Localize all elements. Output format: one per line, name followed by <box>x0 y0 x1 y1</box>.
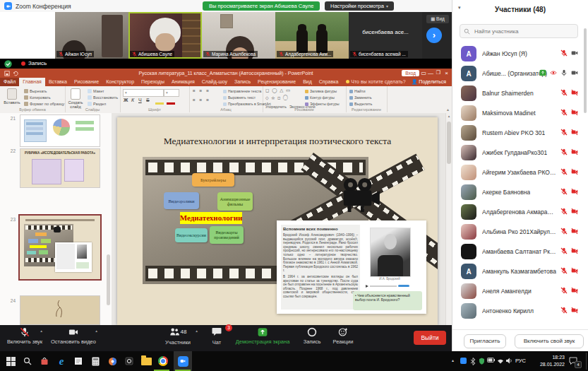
copy-button[interactable]: Копировать <box>24 95 51 100</box>
align-buttons[interactable]: ≡ ≡ ≡ <box>193 98 210 102</box>
format-painter-button[interactable]: Формат по образцу <box>24 102 64 106</box>
highlight-button[interactable] <box>155 102 164 105</box>
slide-box-booktrailers[interactable]: Буктрейлеры <box>192 173 234 187</box>
participant-row[interactable]: А Абише... (Организатор) <box>452 64 584 83</box>
tab-insert[interactable]: Вставка <box>45 78 71 86</box>
participant-row[interactable]: Rustem Abiev PKO 301 <box>452 123 584 143</box>
tab-view[interactable]: Вид <box>299 78 316 86</box>
shapes-gallery-row2[interactable]: ⬦ ☆ ◻ ◯ <box>265 95 289 101</box>
search-input[interactable] <box>473 25 575 37</box>
collapse-ribbon-icon[interactable]: ▴ <box>447 107 449 112</box>
volume-icon[interactable] <box>505 358 512 364</box>
tab-transitions[interactable]: Переходы <box>138 78 168 86</box>
participant-search[interactable] <box>460 24 578 38</box>
start-button[interactable] <box>4 355 17 367</box>
calculator-icon[interactable] <box>89 355 102 367</box>
sign-in-button[interactable]: Вход <box>402 70 419 76</box>
security-shield-icon[interactable] <box>479 358 485 365</box>
bold-button[interactable]: Ж <box>124 98 128 102</box>
edge-icon[interactable]: e <box>55 355 68 367</box>
leave-button[interactable]: Выйти <box>414 331 446 345</box>
shape-outline-button[interactable]: Контур фигуры <box>305 95 335 100</box>
photos-icon[interactable] <box>123 355 136 367</box>
clock[interactable]: 18:23 28.01.2022 <box>531 354 565 367</box>
network-icon[interactable] <box>497 358 504 364</box>
play-icon[interactable] <box>366 285 368 288</box>
cut-button[interactable]: Вырезать <box>24 89 47 93</box>
participant-row[interactable]: Альбина Рко 201Хайруллина <box>452 222 584 242</box>
new-slide-button[interactable]: Создать слайд <box>66 88 85 109</box>
audio-options-caret[interactable]: ▴ <box>40 329 42 333</box>
share-button[interactable]: 👤 Поделиться <box>409 78 452 86</box>
tab-home[interactable]: Главная <box>19 78 45 86</box>
share-screen-button[interactable]: Демонстрация экрана <box>234 327 291 345</box>
tab-design[interactable]: Конструктор <box>102 78 138 86</box>
italic-button[interactable]: К <box>131 98 134 102</box>
slide-thumbnail-22[interactable]: РУБРИКА «ИССЛЕДОВАТЕЛЬСКАЯ РАБОТА» <box>20 148 100 188</box>
chat-button[interactable]: 3 Чат <box>205 327 229 346</box>
participant-row[interactable]: А Айжан Юсуп (Я) <box>452 44 584 64</box>
tab-draw[interactable]: Рисование <box>71 78 102 86</box>
maximize-icon[interactable]: ❒ <box>436 70 440 76</box>
participants-caret[interactable]: ▴ <box>196 329 198 333</box>
participant-row[interactable]: Антоненко Кирилл <box>452 301 584 321</box>
sticky-notes-icon[interactable] <box>72 355 85 367</box>
participant-row[interactable]: Алдабергенова Акмарал РКО ... <box>452 202 584 222</box>
shape-fill-button[interactable]: Заливка фигуры <box>305 89 337 93</box>
zoom-app-icon[interactable] <box>176 355 189 367</box>
shapes-gallery[interactable]: ◻ ◯ △ ▭ <box>265 88 291 93</box>
record-button[interactable]: Запись <box>299 327 325 345</box>
participant-row[interactable]: Maksimova Madinet <box>452 103 584 123</box>
participant-row[interactable]: Айгерим Узакбаева РКО 301 <box>452 163 584 182</box>
unmute-self-button[interactable]: Включить свой звук <box>515 334 584 348</box>
select-button[interactable]: Выделить <box>349 102 372 106</box>
unmute-button[interactable]: ▴ Включить звук <box>4 327 45 345</box>
paint3d-icon[interactable] <box>106 355 119 367</box>
video-options-caret[interactable]: ▴ <box>95 329 97 333</box>
tray-expand-caret[interactable]: ▴ <box>452 358 454 363</box>
tab-slideshow[interactable]: Слайд-шоу <box>198 78 231 86</box>
slide-thumbnail-24[interactable] <box>20 295 100 325</box>
align-text-button[interactable]: Выровнять текст <box>223 95 256 100</box>
slide-box-videos[interactable]: Видеоролики <box>164 192 199 209</box>
find-button[interactable]: Найти <box>349 89 366 93</box>
video-tile[interactable]: Алдабергенова Акм... <box>275 12 349 59</box>
bluetooth-icon[interactable] <box>470 358 476 365</box>
font-color-button[interactable] <box>167 102 175 105</box>
next-participants-page-button[interactable]: › <box>426 28 442 43</box>
card-nav-arrows[interactable]: ‹ › <box>352 235 357 239</box>
video-tile[interactable]: бисенбаева асе... бисенбаева асемай ... <box>349 12 422 59</box>
shape-effects-button[interactable]: Эффекты фигуры <box>305 102 340 106</box>
minimize-icon[interactable]: — <box>428 70 433 76</box>
font-name-select[interactable]: ▾ <box>123 89 164 97</box>
stop-video-button[interactable]: ▴ Остановить видео <box>47 327 100 345</box>
search-icon[interactable] <box>21 355 34 367</box>
reset-button[interactable]: Восстановить <box>88 95 118 100</box>
reactions-button[interactable]: Реакции <box>329 327 357 345</box>
participant-row[interactable]: Аманбаева Салтанат Рко301 <box>452 242 584 261</box>
section-button[interactable]: Раздел <box>88 102 106 106</box>
thumbnail-scrollbar[interactable] <box>107 254 110 305</box>
participants-scrollbar[interactable] <box>584 28 587 113</box>
participant-row[interactable]: Анеля Амангелди <box>452 281 584 301</box>
font-size-select[interactable]: ▾ <box>164 89 179 97</box>
tab-record[interactable]: Запись <box>231 78 254 86</box>
notification-center-icon[interactable]: 4 <box>569 357 577 365</box>
view-settings-button[interactable]: Настройки просмотра▾ <box>325 1 394 11</box>
file-explorer-icon[interactable] <box>140 355 152 367</box>
video-tile[interactable]: Марина Асылбекова <box>202 12 275 59</box>
text-direction-button[interactable]: Направление текста <box>223 89 261 93</box>
video-tile-active-speaker[interactable]: Абишева Сауле <box>128 12 202 59</box>
participant-row[interactable]: Акерке Баяновна <box>452 182 584 202</box>
tab-animations[interactable]: Анимация <box>168 78 198 86</box>
strikethrough-button[interactable]: S <box>146 98 150 102</box>
battery-icon[interactable] <box>487 358 495 363</box>
slide-box-animation[interactable]: Анимационные фильмы <box>217 192 253 211</box>
paste-button[interactable]: Вставить <box>1 88 23 105</box>
audio-player[interactable] <box>366 283 416 288</box>
slide-box-excursions[interactable]: Видеоэкскурсии <box>175 228 208 242</box>
close-icon[interactable]: × <box>445 70 448 76</box>
slide-box-mediatechnology[interactable]: Медиатехнологии <box>180 212 242 224</box>
chrome-icon[interactable] <box>157 355 169 367</box>
participant-row[interactable]: Balnur Shaimerden <box>452 83 584 103</box>
